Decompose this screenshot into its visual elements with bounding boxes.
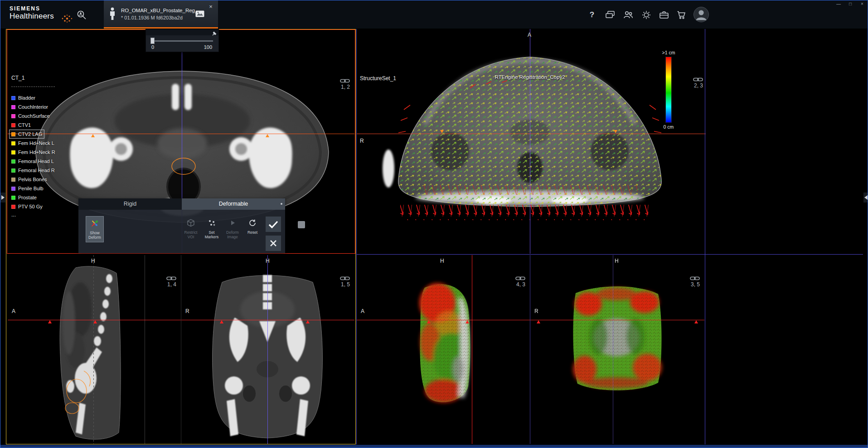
- reset-button[interactable]: Reset: [243, 216, 262, 242]
- set-markers-button[interactable]: Set Markers: [203, 216, 221, 242]
- viewport-link-indicator[interactable]: 4, 3: [515, 276, 525, 288]
- markers-icon: [207, 218, 216, 229]
- top-application-bar: SIEMENS Healthineers: [0, 0, 868, 29]
- cart-icon: [676, 10, 687, 20]
- viewport-link-indicator[interactable]: 2, 3: [693, 77, 703, 89]
- tab-deformable[interactable]: Deformable: [182, 198, 285, 210]
- structure-label: Femoral Head L: [18, 159, 54, 164]
- crosshair-arrow: [306, 320, 310, 323]
- popup-header[interactable]: [146, 29, 218, 35]
- crosshair-horizontal[interactable]: [357, 320, 530, 320]
- crosshair-arrow: [266, 134, 269, 137]
- structure-item-ptv-50-gy[interactable]: PTV 50 Gy: [10, 202, 44, 211]
- structure-item-fem-hd-neck-l[interactable]: Fem Hd+Neck L: [10, 139, 56, 147]
- structure-item-penile-bulb[interactable]: Penile Bulb: [10, 184, 45, 193]
- orientation-label-left: R: [185, 308, 189, 314]
- viewport-link-indicator[interactable]: 1, 5: [340, 276, 350, 288]
- structure-item-femoral-head-r[interactable]: Femoral Head R: [10, 166, 57, 174]
- window-maximize-button[interactable]: □: [846, 1, 854, 7]
- tab-rigid[interactable]: Rigid: [78, 198, 182, 210]
- viewport-axial-mr[interactable]: StructureSet_1 RTEngine Registration_Cop…: [357, 29, 708, 254]
- restrict-voi-button[interactable]: Restrict VOI: [182, 216, 200, 242]
- structure-label: Fem Hd+Neck L: [18, 140, 54, 146]
- crosshair-horizontal[interactable]: [8, 134, 354, 134]
- orientation-label-left: A: [12, 308, 15, 314]
- orientation-label-top: H: [266, 258, 270, 264]
- link-label: 1, 4: [167, 281, 176, 288]
- orientation-label-top: A: [528, 32, 531, 38]
- viewport-empty[interactable]: [706, 29, 863, 444]
- structure-item-ctv1[interactable]: CTV1: [10, 121, 33, 129]
- structure-item-ctv2-lag[interactable]: CTV2 LAG: [10, 130, 44, 138]
- range-slider-track[interactable]: [151, 40, 213, 42]
- patient-icon: [109, 7, 116, 23]
- registration-toolbar: Show Deform Restrict VOI Set Markers: [78, 210, 285, 253]
- crosshair-horizontal[interactable]: [181, 320, 354, 320]
- crosshair-vertical[interactable]: [267, 255, 268, 444]
- patient-tab-close-button[interactable]: ×: [207, 3, 214, 10]
- viewport-sagittal-deform[interactable]: H A 4, 3: [357, 255, 530, 444]
- viewport-coronal-deform[interactable]: H R 3, 5: [530, 255, 704, 444]
- structure-list-more[interactable]: ...: [11, 212, 16, 218]
- window-minimize-button[interactable]: —: [834, 1, 843, 7]
- store-button[interactable]: [676, 9, 688, 21]
- users-button[interactable]: [622, 9, 634, 21]
- structure-color-swatch: [11, 159, 15, 164]
- workflows-button[interactable]: [658, 9, 670, 21]
- structure-label: CouchSurface: [18, 113, 50, 119]
- structure-item-pelvis-bones[interactable]: Pelvis Bones: [10, 175, 49, 183]
- left-panel-expander[interactable]: [0, 193, 5, 202]
- chevron-right-icon: [1, 195, 5, 200]
- crosshair-vertical[interactable]: [613, 255, 613, 444]
- crosshair-vertical[interactable]: [472, 255, 472, 444]
- structure-label: Prostate: [18, 195, 37, 200]
- button-label: Show Deform: [86, 231, 103, 240]
- crosshair-vertical[interactable]: [530, 29, 530, 254]
- structure-item-couchsurface[interactable]: CouchSurface: [10, 112, 52, 120]
- structure-color-swatch: [11, 150, 15, 154]
- show-deform-button[interactable]: Show Deform: [86, 216, 104, 242]
- viewport-link-indicator[interactable]: 1, 4: [166, 276, 176, 288]
- application-window: CT_1 Bladder CouchInterior CouchSurface …: [0, 0, 868, 448]
- viewport-coronal-ct[interactable]: H R 1, 5: [181, 255, 354, 444]
- pin-icon[interactable]: [212, 30, 217, 38]
- accept-registration-button[interactable]: [265, 216, 281, 232]
- help-button[interactable]: ?: [586, 9, 598, 21]
- gear-icon: [641, 10, 652, 20]
- series-thumbnail-icon[interactable]: [195, 10, 204, 19]
- link-icon: [693, 77, 703, 82]
- cube-icon: [186, 218, 195, 229]
- orientation-label-top: H: [91, 258, 95, 264]
- axial-mr-deformation-image: [357, 29, 708, 254]
- crosshair-arrow: [220, 320, 223, 323]
- orientation-label-top: H: [615, 258, 619, 264]
- right-panel-expander[interactable]: [863, 193, 868, 202]
- structure-item-bladder[interactable]: Bladder: [10, 94, 37, 102]
- viewport-link-indicator[interactable]: 3, 5: [690, 276, 700, 288]
- reject-registration-button[interactable]: [265, 235, 281, 251]
- registration-panel: Rigid Deformable Show Deform: [78, 198, 285, 253]
- user-account-button[interactable]: [693, 6, 709, 23]
- display-layout-button[interactable]: [604, 9, 616, 21]
- structure-item-femoral-head-l[interactable]: Femoral Head L: [10, 157, 56, 165]
- overlay-toggle-button[interactable]: [298, 221, 305, 228]
- crosshair-horizontal[interactable]: [530, 320, 704, 320]
- structure-item-fem-hd-neck-r[interactable]: Fem Hd+Neck R: [10, 148, 57, 156]
- series-label: CT_1: [11, 75, 24, 81]
- viewport-sagittal-ct[interactable]: H A 1, 4: [8, 255, 181, 444]
- brand-line2: Healthineers: [10, 12, 54, 21]
- deform-image-button[interactable]: Deform Image: [223, 216, 242, 242]
- patient-search-icon[interactable]: [76, 9, 87, 21]
- structure-item-prostate[interactable]: Prostate: [10, 193, 39, 202]
- viewport-link-indicator[interactable]: 1, 2: [340, 78, 350, 90]
- window-close-button[interactable]: ×: [858, 1, 866, 7]
- crosshair-horizontal[interactable]: [357, 134, 708, 134]
- link-label: 3, 5: [691, 281, 700, 288]
- patient-tab[interactable]: RO_OMAR_xBU_Prostate_Reg_... * 01.01.193…: [104, 0, 218, 29]
- range-slider-handle[interactable]: [150, 38, 155, 44]
- structure-color-swatch: [11, 105, 15, 109]
- crosshair-arrow: [93, 320, 97, 323]
- panel-menu-dot[interactable]: [281, 203, 282, 205]
- settings-button[interactable]: [640, 9, 652, 21]
- structure-item-couchinterior[interactable]: CouchInterior: [10, 103, 50, 111]
